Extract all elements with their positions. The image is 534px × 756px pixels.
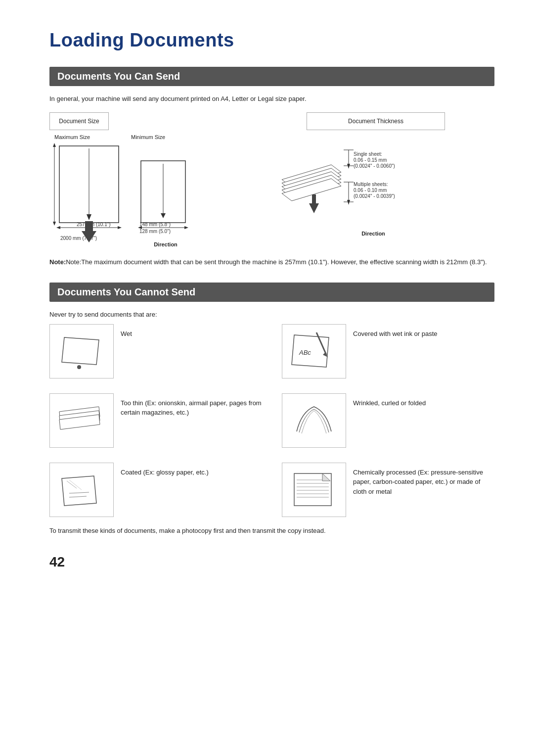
page-title: Loading Documents xyxy=(49,30,494,51)
section1-header: Documents You Can Send xyxy=(49,67,494,86)
svg-marker-5 xyxy=(118,226,122,229)
cannot-send-item-thin: Too thin (Ex: onionskin, airmail paper, … xyxy=(49,393,262,448)
chemically-processed-icon xyxy=(282,463,346,517)
wet-paper-svg xyxy=(54,328,109,375)
thickness-svg: Single sheet: 0.06 - 0.15 mm (0.0024" - … xyxy=(267,130,440,234)
cannot-send-grid: Wet ABc Covered with wet ink or paste xyxy=(49,324,494,517)
svg-text:257 mm (10.1"): 257 mm (10.1") xyxy=(77,222,111,227)
svg-marker-4 xyxy=(56,226,60,229)
size-svg: 257 mm (10.1") 2000 mm (78.7") 148 mm (5… xyxy=(49,141,247,245)
cannot-send-item-wrinkled: Wrinkled, curled or folded xyxy=(282,393,494,448)
wrinkled-paper-icon xyxy=(282,393,346,448)
chemical-svg xyxy=(287,466,341,513)
ink-label: Covered with wet ink or paste xyxy=(353,324,438,339)
svg-text:Single sheet:: Single sheet: xyxy=(354,151,382,157)
svg-marker-13 xyxy=(161,213,166,218)
svg-marker-33 xyxy=(347,200,350,205)
thin-paper-svg xyxy=(54,397,109,444)
cannot-send-item-wet: Wet xyxy=(49,324,262,378)
svg-text:148 mm (5.8"): 148 mm (5.8") xyxy=(139,222,171,227)
coated-svg xyxy=(54,466,109,513)
svg-text:0.06 - 0.15 mm: 0.06 - 0.15 mm xyxy=(354,157,387,163)
cannot-send-item-coated: Coated (Ex: glossy paper, etc.) xyxy=(49,463,262,517)
svg-text:(0.0024" - 0.0039"): (0.0024" - 0.0039") xyxy=(354,193,395,199)
svg-marker-10 xyxy=(53,222,56,226)
doc-size-label: Document Size xyxy=(59,118,99,125)
svg-text:128 mm (5.0"): 128 mm (5.0") xyxy=(139,229,171,234)
svg-marker-9 xyxy=(53,143,56,147)
svg-text:Multiple sheets:: Multiple sheets: xyxy=(354,182,388,187)
svg-point-37 xyxy=(77,365,81,369)
intro-text: In general, your machine will send any d… xyxy=(49,95,494,102)
diagrams-row: Document Size Maximum Size Minimum Size … xyxy=(49,112,494,247)
doc-size-label-box: Document Size xyxy=(49,112,109,130)
svg-text:ABc: ABc xyxy=(299,349,311,356)
thin-label: Too thin (Ex: onionskin, airmail paper, … xyxy=(121,393,262,418)
svg-text:0.06 - 0.10 mm: 0.06 - 0.10 mm xyxy=(354,188,387,193)
svg-marker-26 xyxy=(347,164,350,169)
doc-thickness-label-box: Document Thickness xyxy=(307,112,445,130)
chemical-label: Chemically processed (Ex: pressure-sensi… xyxy=(353,463,494,497)
note-text: Note:Note:The maximum document width tha… xyxy=(49,257,494,268)
doc-thickness-label: Document Thickness xyxy=(348,118,403,125)
doc-size-diagram: Document Size Maximum Size Minimum Size … xyxy=(49,112,267,247)
page-number: 42 xyxy=(49,554,494,570)
transmit-note: To transmit these kinds of documents, ma… xyxy=(49,527,494,534)
svg-text:(0.0024" - 0.0060"): (0.0024" - 0.0060") xyxy=(354,163,395,169)
cannot-send-item-chemical: Chemically processed (Ex: pressure-sensi… xyxy=(282,463,494,517)
wet-paper-icon xyxy=(49,324,114,378)
wet-ink-icon: ABc xyxy=(282,324,346,378)
section2-header: Documents You Cannot Send xyxy=(49,283,494,302)
max-size-label: Maximum Size xyxy=(54,134,121,140)
wrinkled-label: Wrinkled, curled or folded xyxy=(353,393,426,408)
thin-paper-icon xyxy=(49,393,114,448)
wet-label: Wet xyxy=(121,324,132,339)
wrinkled-svg xyxy=(287,397,341,444)
wet-ink-svg: ABc xyxy=(287,328,341,375)
never-text: Never try to send documents that are: xyxy=(49,311,494,318)
coated-label: Coated (Ex: glossy paper, etc.) xyxy=(121,463,209,477)
coated-paper-icon xyxy=(49,463,114,517)
svg-marker-2 xyxy=(87,214,91,220)
min-size-label: Minimum Size xyxy=(131,134,190,140)
svg-rect-22 xyxy=(312,194,316,204)
cannot-send-item-ink: ABc Covered with wet ink or paste xyxy=(282,324,494,378)
note-content: Note:The maximum document width that can… xyxy=(66,258,487,266)
doc-thickness-diagram: Document Thickness Single s xyxy=(267,112,445,236)
svg-marker-16 xyxy=(184,226,188,229)
svg-marker-21 xyxy=(309,203,319,213)
svg-rect-20 xyxy=(85,221,93,232)
